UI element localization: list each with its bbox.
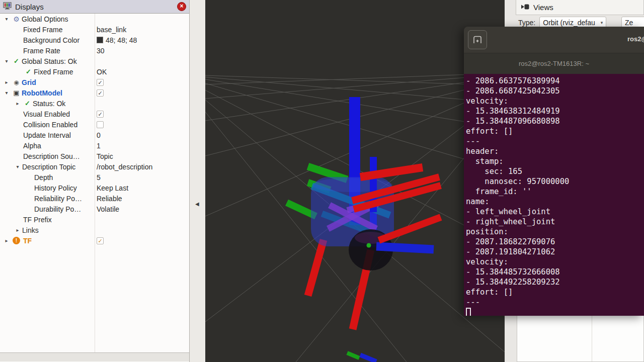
row-depth[interactable]: Depth 5 (0, 172, 189, 183)
collapse-arrow-icon[interactable]: ▸ (13, 101, 22, 106)
row-label: Visual Enabled (23, 110, 70, 118)
displays-panel-title: Displays (15, 3, 44, 11)
tf-axis-x-down-1 (308, 240, 324, 296)
row-label: Links (22, 226, 39, 234)
row-tf-prefix[interactable]: TF Prefix (0, 214, 189, 225)
terminal-window[interactable]: ros2@ros2-TM1613R: ~ ros2@ros2-TM1613R: … (464, 27, 644, 316)
row-frame-rate[interactable]: Frame Rate 30 (0, 45, 189, 56)
status-value: OK (97, 66, 107, 77)
depth-value[interactable]: 5 (97, 172, 101, 183)
durability-policy-value[interactable]: Volatile (97, 204, 119, 214)
fixed-frame-value[interactable]: base_link (97, 24, 126, 35)
row-history-policy[interactable]: History Policy Keep Last (0, 183, 189, 193)
update-interval-value[interactable]: 0 (97, 130, 101, 140)
3d-viewport[interactable] (205, 0, 505, 362)
collision-enabled-checkbox[interactable] (97, 121, 104, 128)
displays-panel: Displays × ▾ ⚙ Global Options Fixed Fram… (0, 0, 190, 362)
collapse-arrow-icon[interactable]: ▸ (2, 238, 11, 243)
row-background-color[interactable]: Background Color 48; 48; 48 (0, 35, 189, 45)
row-durability-policy[interactable]: Durability Po… Volatile (0, 204, 189, 214)
row-label: RobotModel (22, 89, 62, 97)
reliability-policy-value[interactable]: Reliable (97, 193, 122, 204)
row-update-interval[interactable]: Update Interval 0 (0, 130, 189, 140)
terminal-line: effort: [] (466, 287, 644, 297)
expand-arrow-icon[interactable]: ▾ (13, 164, 22, 169)
terminal-line: velocity: (466, 96, 644, 106)
row-grid-display[interactable]: ▸ ◉ Grid ✓ (0, 77, 189, 87)
collapse-arrow-icon[interactable]: ▸ (2, 79, 11, 85)
row-description-source[interactable]: Description Sou… Topic (0, 151, 189, 161)
row-label: Global Status: Ok (22, 57, 77, 65)
tf-axis-z-wheel (376, 246, 434, 249)
new-tab-button[interactable] (468, 30, 487, 49)
terminal-window-title: ros2@ros2-TM1613R: ~ (627, 35, 644, 43)
status-ok-icon: ✓ (23, 68, 34, 75)
terminal-output[interactable]: - 2086.6637576389994 - 2086.668742504230… (464, 74, 644, 316)
terminal-line: - 15.384487096680898 (466, 116, 644, 126)
terminal-tab-title[interactable]: ros2@ros2-TM1613R: ~ (519, 60, 589, 67)
chevron-down-icon: ▾ (601, 20, 603, 25)
terminal-line: --- (466, 297, 644, 307)
row-label: Global Options (22, 15, 68, 23)
row-alpha[interactable]: Alpha 1 (0, 140, 189, 151)
tf-axis-caster-green (347, 353, 359, 358)
row-label: Collision Enabled (23, 121, 77, 129)
3d-viewport-canvas[interactable] (205, 0, 505, 362)
terminal-titlebar[interactable]: ros2@ros2-TM1613R: ~ (464, 27, 644, 53)
expand-arrow-icon[interactable]: ▾ (2, 58, 11, 64)
row-label: Fixed Frame (23, 26, 63, 34)
panel-splitter[interactable]: ◀ (190, 0, 205, 362)
close-icon[interactable]: × (177, 2, 186, 11)
terminal-tab-bar[interactable]: ros2@ros2-TM1613R: ~ (464, 53, 644, 74)
visual-enabled-checkbox[interactable]: ✓ (97, 111, 104, 118)
row-global-options[interactable]: ▾ ⚙ Global Options (0, 14, 189, 24)
history-policy-value[interactable]: Keep Last (97, 183, 128, 193)
terminal-line: nanosec: 957000000 (466, 176, 644, 187)
row-robot-model-display[interactable]: ▾ ▣ RobotModel ✓ (0, 87, 189, 98)
displays-panel-titlebar[interactable]: Displays × (0, 0, 189, 14)
row-global-status-fixed-frame[interactable]: ✓ Fixed Frame OK (0, 66, 189, 77)
row-label: Grid (22, 78, 36, 86)
terminal-line: stamp: (466, 156, 644, 166)
displays-panel-icon (3, 2, 12, 11)
row-global-status[interactable]: ▾ ✓ Global Status: Ok (0, 56, 189, 66)
row-tf-display[interactable]: ▸ ! TF ✓ (0, 235, 189, 246)
robot-model (287, 97, 441, 361)
expand-arrow-icon[interactable]: ▾ (2, 16, 11, 22)
row-visual-enabled[interactable]: Visual Enabled ✓ (0, 109, 189, 119)
view-type-value: Orbit (rviz_defau (543, 19, 595, 27)
terminal-line: frame_id: '' (466, 187, 644, 197)
terminal-line: - 2086.6687425042305 (466, 86, 644, 96)
row-collision-enabled[interactable]: Collision Enabled (0, 119, 189, 130)
camera-icon (521, 3, 530, 12)
terminal-line: - right_wheel_joint (466, 217, 644, 227)
row-label: Reliability Po… (34, 195, 82, 203)
row-fixed-frame[interactable]: Fixed Frame base_link (0, 24, 189, 35)
robot-model-enabled-checkbox[interactable]: ✓ (97, 89, 104, 97)
row-robot-model-status[interactable]: ▸ ✓ Status: Ok (0, 98, 189, 109)
terminal-line: - 15.384492258209232 (466, 277, 644, 287)
expand-arrow-icon[interactable]: ▾ (2, 90, 11, 96)
grid-enabled-checkbox[interactable]: ✓ (97, 79, 104, 86)
description-source-value[interactable]: Topic (97, 151, 113, 161)
row-label: History Policy (34, 184, 77, 192)
views-panel-titlebar[interactable]: Views (516, 0, 644, 15)
displays-property-tree: ▾ ⚙ Global Options Fixed Frame base_link… (0, 14, 189, 352)
row-links[interactable]: ▸ Links (0, 225, 189, 235)
collapse-arrow-icon[interactable]: ▸ (13, 227, 22, 233)
alpha-value[interactable]: 1 (97, 140, 101, 151)
view-type-label: Type: (518, 19, 535, 27)
terminal-line: - 2086.6637576389994 (466, 76, 644, 86)
frame-rate-value[interactable]: 30 (97, 45, 105, 56)
row-label: Alpha (23, 142, 41, 150)
row-reliability-policy[interactable]: Reliability Po… Reliable (0, 193, 189, 204)
row-label: Fixed Frame (34, 68, 73, 76)
description-topic-value[interactable]: /robot_description (97, 161, 152, 172)
panel-collapse-arrow-icon[interactable]: ◀ (195, 201, 199, 207)
terminal-line: position: (466, 227, 644, 237)
row-description-topic[interactable]: ▾ Description Topic /robot_description (0, 161, 189, 172)
terminal-line: header: (466, 146, 644, 156)
tf-enabled-checkbox[interactable]: ✓ (97, 237, 104, 244)
eye-icon: ◉ (11, 79, 22, 86)
warning-icon: ! (13, 237, 20, 244)
